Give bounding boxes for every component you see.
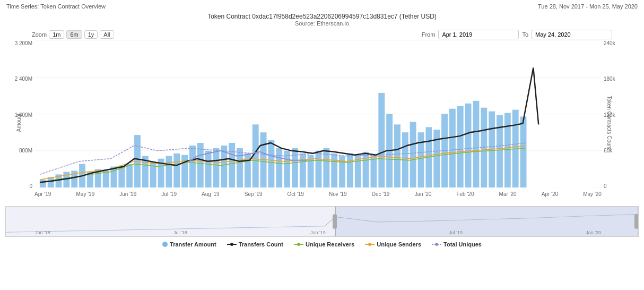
svg-rect-26 (205, 151, 212, 187)
legend-unique-receivers: Unique Receivers (294, 241, 354, 248)
chart-area: Amount 3 200M 2 400M 1 600M 800M 0 240k … (5, 40, 639, 205)
zoom-controls: Zoom 1m 6m 1y All (32, 30, 114, 39)
chart-title-section: Token Contract 0xdac17f958d2ee523a220620… (0, 13, 644, 27)
nav-x-4: Jan '20 (586, 230, 601, 235)
svg-rect-22 (173, 153, 180, 187)
zoom-all-button[interactable]: All (100, 30, 114, 39)
navigator-x-labels: Jan '18 Jul '18 Jan '19 Jul '19 Jan '20 (35, 230, 601, 235)
svg-rect-66 (520, 117, 527, 188)
unique-receivers-label: Unique Receivers (306, 241, 354, 248)
from-label: From (422, 31, 436, 38)
y-left-val-2: 1 600M (15, 112, 32, 118)
x-label-13: May '20 (583, 191, 602, 197)
legend-unique-senders: Unique Senders (365, 241, 421, 248)
top-bar: Time Series: Token Contract Overview Tue… (0, 0, 644, 11)
svg-point-76 (297, 243, 300, 246)
x-label-3: Jul '19 (161, 191, 177, 197)
y-left-val-4: 0 (29, 183, 32, 189)
svg-rect-16 (126, 164, 133, 188)
x-label-0: Apr '19 (34, 191, 51, 197)
chart-sub-title: Source: Etherscan.io (0, 20, 644, 27)
x-label-2: Jun '19 (119, 191, 136, 197)
svg-rect-42 (331, 153, 337, 187)
legend-transfers-count: Transfers Count (227, 241, 283, 248)
total-uniques-icon (432, 242, 441, 247)
zoom-label: Zoom (32, 31, 47, 38)
total-uniques-label: Total Uniques (443, 241, 482, 248)
from-date-input[interactable] (438, 30, 519, 39)
svg-rect-55 (433, 130, 440, 187)
controls-row: Zoom 1m 6m 1y All From To (0, 28, 644, 40)
zoom-1y-button[interactable]: 1y (84, 30, 98, 39)
unique-senders-label: Unique Senders (377, 241, 421, 248)
header-date-range: Tue 28, Nov 2017 - Mon 25, May 2020 (538, 3, 638, 10)
svg-point-80 (435, 243, 438, 246)
date-range-controls: From To (422, 30, 612, 39)
y-left-val-3: 800M (19, 148, 32, 153)
svg-rect-47 (370, 155, 377, 187)
svg-rect-71 (333, 214, 337, 228)
y-left-val-1: 2 400M (15, 76, 32, 82)
svg-rect-46 (363, 152, 369, 187)
to-label: To (522, 31, 528, 38)
svg-rect-52 (410, 122, 416, 187)
x-label-10: Feb '20 (456, 191, 474, 197)
x-label-7: Nov '19 (329, 191, 347, 197)
svg-rect-57 (449, 109, 456, 187)
svg-rect-64 (504, 113, 511, 188)
svg-rect-25 (197, 143, 204, 187)
nav-x-1: Jul '18 (173, 230, 187, 235)
svg-point-78 (368, 243, 371, 246)
x-label-4: Aug '19 (202, 191, 220, 197)
svg-rect-6 (48, 177, 54, 187)
svg-rect-13 (103, 170, 109, 187)
nav-x-3: Jul '19 (449, 230, 463, 235)
nav-x-0: Jan '18 (35, 230, 50, 235)
svg-rect-29 (229, 143, 235, 187)
svg-rect-60 (473, 101, 479, 187)
svg-rect-38 (300, 153, 306, 187)
page-title: Time Series: Token Contract Overview (6, 3, 106, 10)
y-axis-left: 3 200M 2 400M 1 600M 800M 0 (5, 40, 34, 189)
svg-rect-5 (40, 180, 46, 187)
y-right-val-4: 0 (604, 183, 607, 189)
svg-rect-35 (276, 148, 282, 187)
x-label-5: Sep '19 (245, 191, 263, 197)
svg-rect-48 (378, 93, 385, 187)
x-axis: Apr '19 May '19 Jun '19 Jul '19 Aug '19 … (34, 189, 602, 205)
to-date-input[interactable] (532, 30, 612, 39)
legend-total-uniques: Total Uniques (432, 241, 482, 248)
zoom-1m-button[interactable]: 1m (49, 30, 64, 39)
x-label-1: May '19 (76, 191, 94, 197)
x-label-9: Jan '20 (414, 191, 431, 197)
svg-rect-39 (308, 155, 314, 187)
transfers-count-icon (227, 242, 237, 247)
transfer-amount-icon (162, 242, 168, 247)
svg-rect-40 (316, 151, 322, 187)
svg-rect-30 (237, 148, 243, 187)
svg-rect-37 (292, 148, 298, 187)
svg-rect-72 (634, 214, 638, 228)
legend: Transfer Amount Transfers Count Unique R… (0, 238, 644, 248)
x-label-12: Apr '20 (542, 191, 558, 197)
y-axis-right-label: Token Contracts Count (607, 96, 613, 150)
navigator[interactable]: Jan '18 Jul '18 Jan '19 Jul '19 Jan '20 (5, 206, 639, 237)
svg-rect-59 (465, 104, 472, 187)
transfer-amount-label: Transfer Amount (170, 241, 216, 248)
legend-transfer-amount: Transfer Amount (162, 241, 216, 248)
svg-rect-44 (347, 153, 353, 187)
main-chart-svg (34, 40, 602, 187)
nav-x-2: Jan '19 (310, 230, 326, 235)
chart-main-title: Token Contract 0xdac17f958d2ee523a220620… (0, 13, 644, 20)
svg-rect-27 (213, 148, 220, 187)
x-label-6: Oct '19 (287, 191, 303, 197)
y-right-val-0: 240k (604, 40, 615, 46)
svg-rect-21 (166, 156, 172, 187)
unique-senders-icon (365, 242, 375, 247)
y-right-val-1: 180k (604, 76, 615, 82)
zoom-6m-button[interactable]: 6m (66, 30, 82, 39)
svg-rect-23 (181, 155, 188, 187)
svg-rect-50 (394, 124, 401, 187)
unique-receivers-icon (294, 242, 303, 247)
transfers-count-label: Transfers Count (239, 241, 283, 248)
